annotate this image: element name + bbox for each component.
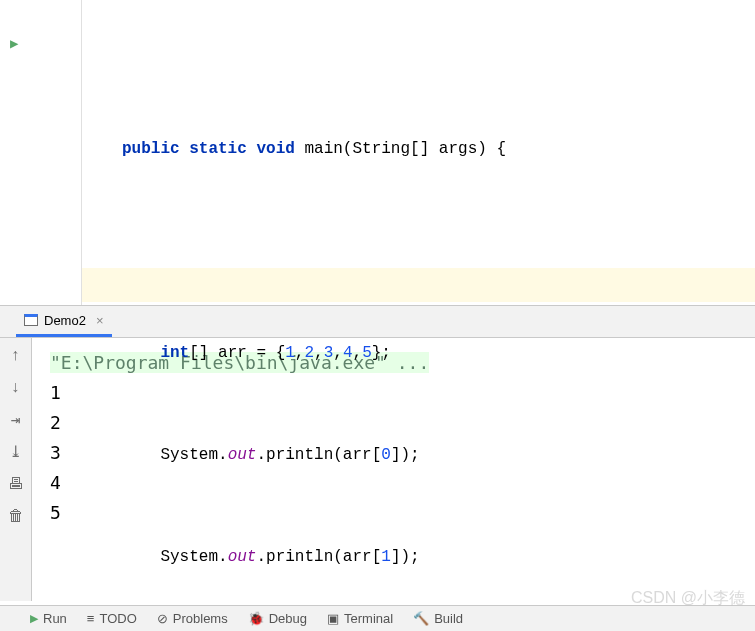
- problems-icon: ⊘: [157, 611, 168, 626]
- bottom-build[interactable]: 🔨Build: [413, 611, 463, 626]
- current-line-highlight: [82, 268, 755, 302]
- code-line: public static void main(String[] args) {: [122, 132, 755, 166]
- close-icon[interactable]: ×: [96, 313, 104, 328]
- play-icon: ▶: [30, 612, 38, 625]
- code-editor[interactable]: ▶ − public static void main(String[] arg…: [0, 0, 755, 305]
- scroll-end-icon[interactable]: ⤓: [6, 442, 26, 462]
- app-icon: [24, 314, 38, 326]
- down-arrow-icon[interactable]: ↓: [6, 378, 26, 398]
- build-icon: 🔨: [413, 611, 429, 626]
- bottom-run[interactable]: ▶Run: [30, 611, 67, 626]
- run-gutter-icon[interactable]: ▶: [10, 35, 18, 52]
- bottom-toolbar: ▶Run ≡TODO ⊘Problems 🐞Debug ▣Terminal 🔨B…: [0, 605, 755, 631]
- bug-icon: 🐞: [248, 611, 264, 626]
- todo-icon: ≡: [87, 611, 95, 626]
- bottom-debug[interactable]: 🐞Debug: [248, 611, 307, 626]
- run-tab-label: Demo2: [44, 313, 86, 328]
- run-toolbar: ↑ ↓ ⇥ ⤓ 🖶 🗑: [0, 338, 32, 601]
- up-arrow-icon[interactable]: ↑: [6, 346, 26, 366]
- trash-icon[interactable]: 🗑: [6, 506, 26, 526]
- terminal-icon: ▣: [327, 611, 339, 626]
- run-tab-demo2[interactable]: Demo2 ×: [16, 306, 112, 337]
- code-content[interactable]: public static void main(String[] args) {…: [82, 0, 755, 305]
- editor-gutter: ▶ −: [0, 0, 50, 305]
- bottom-problems[interactable]: ⊘Problems: [157, 611, 228, 626]
- bottom-todo[interactable]: ≡TODO: [87, 611, 137, 626]
- code-line: System.out.println(arr[0]);: [122, 438, 755, 472]
- print-icon[interactable]: 🖶: [6, 474, 26, 494]
- code-line: System.out.println(arr[1]);: [122, 540, 755, 574]
- bottom-terminal[interactable]: ▣Terminal: [327, 611, 393, 626]
- soft-wrap-icon[interactable]: ⇥: [6, 410, 26, 430]
- code-line: int[] arr = {1,2,3,4,5};: [122, 336, 755, 370]
- code-line: [122, 234, 755, 268]
- code-margin: [50, 0, 82, 305]
